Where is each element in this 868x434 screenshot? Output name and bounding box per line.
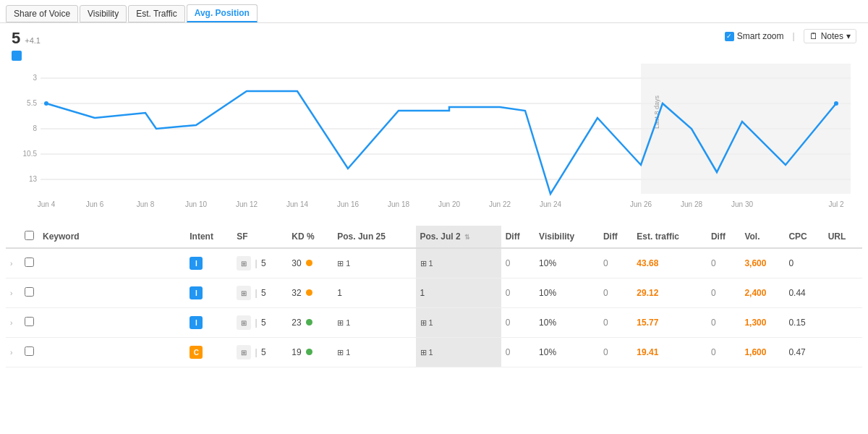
diff1-cell: 0 (501, 338, 535, 367)
smart-zoom-checkbox[interactable] (725, 32, 734, 41)
pos-jul2-cell: ⊞ 1 (416, 248, 501, 278)
col-check (20, 226, 38, 248)
pos-jul2-cell: ⊞ 1 (416, 338, 501, 367)
svg-text:13: 13 (29, 175, 38, 183)
intent-badge: I (190, 316, 203, 329)
svg-text:Jun 10: Jun 10 (185, 200, 207, 208)
row-checkbox-cell (20, 338, 38, 367)
tabs-bar: Share of Voice Visibility Est. Traffic A… (0, 0, 868, 23)
expand-arrow-icon[interactable]: › (10, 260, 12, 268)
svg-text:8: 8 (33, 124, 37, 132)
table-row: › C ⊞ | 5 19 ⊞ 1 ⊞ 1 0 10% 0 19.41 0 1,6… (6, 338, 862, 367)
intent-cell: I (185, 278, 232, 308)
svg-rect-10 (641, 64, 851, 194)
traffic-diff-cell: 0 (707, 338, 740, 367)
expand-cell[interactable]: › (6, 278, 20, 308)
est-traffic-cell: 29.12 (632, 278, 707, 308)
svg-point-28 (834, 101, 838, 106)
select-all-checkbox[interactable] (25, 231, 34, 240)
kd-num: 23 (292, 318, 301, 328)
kd-cell: 19 (287, 338, 333, 367)
svg-text:Jun 30: Jun 30 (731, 200, 753, 208)
expand-arrow-icon[interactable]: › (10, 349, 12, 357)
pos-jun25-cell: ⊞ 1 (333, 338, 415, 367)
expand-cell[interactable]: › (6, 248, 20, 278)
traffic-diff-cell: 0 (707, 248, 740, 278)
vol-cell: 3,600 (740, 248, 784, 278)
link-icon: ⊞ 1 (337, 318, 350, 327)
traffic-diff-cell: 0 (707, 308, 740, 338)
vis-diff-cell: 0 (599, 248, 632, 278)
tab-visibility[interactable]: Visibility (80, 5, 127, 22)
pos-jun25-cell: ⊞ 1 (333, 308, 415, 338)
intent-cell: C (185, 338, 232, 367)
sf-sep: | (255, 258, 257, 268)
smart-zoom-control: Smart zoom (725, 31, 784, 41)
intent-badge: C (190, 346, 203, 359)
est-traffic-cell: 19.41 (632, 338, 707, 367)
kd-cell: 32 (287, 278, 333, 308)
keyword-cell (38, 248, 185, 278)
cpc-cell: 0.47 (784, 338, 823, 367)
table-row: › I ⊞ | 5 23 ⊞ 1 ⊞ 1 0 10% 0 15.77 0 1,3… (6, 308, 862, 338)
svg-text:Jun 24: Jun 24 (540, 200, 561, 208)
col-visibility: Visibility (535, 226, 599, 248)
link-icon: ⊞ 1 (337, 259, 350, 268)
keyword-cell (38, 278, 185, 308)
kd-cell: 30 (287, 248, 333, 278)
col-diff2: Diff (599, 226, 632, 248)
intent-cell: I (185, 248, 232, 278)
tab-share-of-voice[interactable]: Share of Voice (6, 5, 78, 22)
sf-icon: ⊞ (237, 286, 251, 300)
row-checkbox[interactable] (25, 346, 34, 356)
row-checkbox[interactable] (25, 287, 34, 297)
notes-label: Notes (821, 31, 843, 41)
col-pos-jun25: Pos. Jun 25 (333, 226, 415, 248)
svg-text:5.5: 5.5 (27, 99, 37, 107)
row-checkbox[interactable] (25, 258, 34, 267)
col-expand (6, 226, 20, 248)
sf-icon: ⊞ (237, 345, 251, 359)
svg-text:Jun 20: Jun 20 (438, 200, 460, 208)
tab-est-traffic[interactable]: Est. Traffic (128, 5, 184, 22)
kd-dot-icon (306, 319, 312, 326)
expand-arrow-icon[interactable]: › (10, 289, 12, 297)
col-intent: Intent (185, 226, 232, 248)
row-checkbox-cell (20, 248, 38, 278)
chart-series-checkbox[interactable] (12, 51, 22, 61)
svg-text:3: 3 (33, 74, 37, 82)
visibility-cell: 10% (535, 248, 599, 278)
col-sf: SF (232, 226, 287, 248)
svg-text:Jun 12: Jun 12 (236, 200, 258, 208)
notes-chevron-icon: ▾ (846, 31, 851, 41)
expand-cell[interactable]: › (6, 308, 20, 338)
row-checkbox[interactable] (25, 317, 34, 326)
svg-text:Jun 26: Jun 26 (630, 200, 652, 208)
pos-jun25-cell: 1 (333, 278, 415, 308)
expand-cell[interactable]: › (6, 338, 20, 367)
link-icon: ⊞ 1 (337, 348, 350, 357)
svg-text:Jun 18: Jun 18 (388, 200, 409, 208)
tab-avg-position[interactable]: Avg. Position (187, 4, 258, 22)
url-cell (824, 338, 862, 367)
vis-diff-cell: 0 (599, 278, 632, 308)
vol-cell: 1,600 (740, 338, 784, 367)
sf-cell: ⊞ | 5 (232, 278, 287, 308)
expand-arrow-icon[interactable]: › (10, 319, 12, 327)
diff1-cell: 0 (501, 248, 535, 278)
notes-button[interactable]: 🗒 Notes ▾ (804, 29, 856, 43)
svg-text:Jul 2: Jul 2 (828, 200, 844, 208)
intent-badge: I (190, 286, 203, 299)
vol-cell: 1,300 (740, 308, 784, 338)
visibility-cell: 10% (535, 278, 599, 308)
col-url: URL (824, 226, 862, 248)
diff1-cell: 0 (501, 308, 535, 338)
cpc-cell: 0.44 (784, 278, 823, 308)
chart-area: 3 5.5 8 10.5 13 Last 8 days Jun 4 Jun 6 … (12, 64, 856, 223)
pos-value: 1 (337, 288, 342, 298)
kd-dot-icon (306, 349, 312, 355)
keyword-cell (38, 338, 185, 367)
col-diff3: Diff (707, 226, 740, 248)
sf-cell: ⊞ | 5 (232, 308, 287, 338)
vol-cell: 2,400 (740, 278, 784, 308)
